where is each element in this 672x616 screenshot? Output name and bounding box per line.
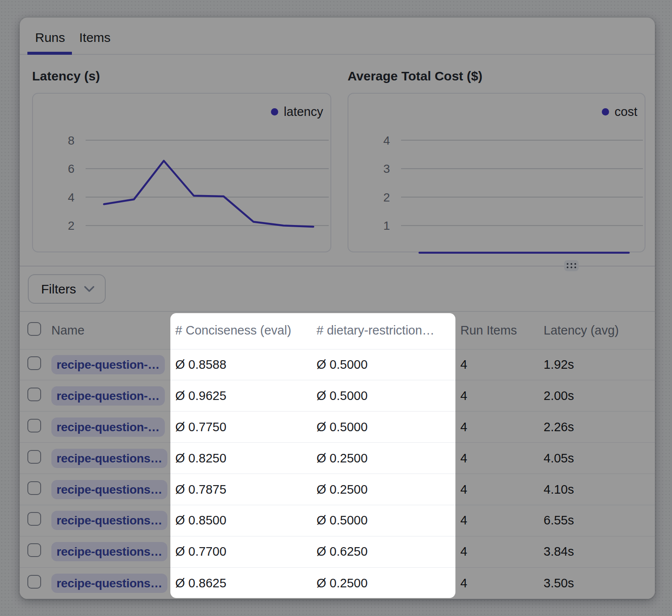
y-axis-tick-label: 8 (68, 134, 74, 147)
tab-items[interactable]: Items (79, 18, 110, 55)
resize-handle[interactable] (564, 260, 579, 271)
runs-panel-card: Runs Items Latency (s) Average Total Cos… (20, 18, 655, 599)
run-items-cell: 4 (455, 358, 539, 372)
y-axis-tick-label: 4 (383, 134, 390, 147)
checkbox-cell (20, 356, 46, 373)
active-tab-indicator (27, 52, 72, 55)
conciseness-score-cell: Ø 0.7750 (170, 420, 312, 434)
latency-legend-label: latency (284, 105, 323, 119)
run-name-cell: recipe-questions… (46, 574, 170, 593)
row-checkbox[interactable] (27, 322, 41, 336)
conciseness-score-cell: Ø 0.8588 (170, 358, 312, 372)
run-name-cell: recipe-question-… (46, 355, 170, 374)
panel-resize-divider (20, 266, 655, 267)
table-row: recipe-questions…Ø 0.8250Ø 0.250044.05s (20, 443, 655, 474)
table-row: recipe-question-…Ø 0.9625Ø 0.500042.00s (20, 380, 655, 412)
run-name-badge[interactable]: recipe-questions… (51, 449, 167, 468)
run-name-cell: recipe-questions… (46, 449, 170, 468)
row-checkbox[interactable] (27, 512, 41, 526)
latency-avg-cell: 3.50s (538, 576, 655, 590)
run-name-badge[interactable]: recipe-question-… (51, 355, 165, 374)
latency-avg-cell: 2.00s (538, 389, 655, 403)
cost-legend-label: cost (615, 105, 637, 119)
row-checkbox[interactable] (27, 419, 41, 432)
table-header-row: Name# Conciseness (eval)# dietary-restri… (20, 312, 655, 349)
dietary-restriction-score-cell: Ø 0.5000 (312, 513, 455, 527)
latency-avg-cell: 6.55s (538, 513, 655, 527)
col-header-conciseness: # Conciseness (eval) (170, 323, 312, 338)
row-checkbox[interactable] (27, 356, 41, 370)
drag-dots-icon (567, 263, 576, 268)
row-checkbox[interactable] (27, 388, 41, 401)
cost-chart: 4321 cost (348, 93, 645, 252)
run-items-cell: 4 (455, 389, 539, 403)
latency-chart-title: Latency (s) (32, 69, 100, 83)
table-row: recipe-questions…Ø 0.7875Ø 0.250044.10s (20, 474, 655, 505)
y-axis-tick-label: 3 (383, 162, 390, 175)
cost-chart-legend: cost (602, 105, 637, 119)
row-checkbox[interactable] (27, 543, 41, 557)
filters-button-label: Filters (41, 282, 76, 296)
run-name-badge[interactable]: recipe-questions… (51, 480, 167, 499)
tab-runs-label: Runs (35, 30, 65, 45)
dietary-restriction-score-cell: Ø 0.5000 (312, 358, 455, 372)
checkbox-cell (20, 512, 46, 529)
page-background: Runs Items Latency (s) Average Total Cos… (0, 0, 672, 616)
row-checkbox[interactable] (27, 450, 41, 464)
run-name-badge[interactable]: recipe-questions… (51, 574, 167, 593)
run-name-badge[interactable]: recipe-questions… (51, 542, 167, 561)
run-name-badge[interactable]: recipe-questions… (51, 511, 167, 530)
chevron-down-icon (84, 286, 95, 293)
latency-avg-cell: 1.92s (538, 358, 655, 372)
tab-bar: Runs Items (20, 18, 655, 55)
col-header-name: Name (46, 323, 170, 338)
checkbox-cell (20, 450, 46, 467)
latency-line (104, 161, 313, 227)
row-checkbox[interactable] (27, 575, 41, 589)
dietary-restriction-score-cell: Ø 0.2500 (312, 483, 455, 497)
run-name-cell: recipe-question-… (46, 418, 170, 437)
dietary-restriction-score-cell: Ø 0.5000 (312, 389, 455, 403)
run-name-badge[interactable]: recipe-question-… (51, 418, 165, 437)
filters-button[interactable]: Filters (28, 274, 106, 304)
y-axis-tick-label: 6 (68, 162, 74, 175)
run-name-cell: recipe-question-… (46, 386, 170, 406)
dietary-restriction-score-cell: Ø 0.2500 (312, 451, 455, 465)
run-name-cell: recipe-questions… (46, 511, 170, 530)
run-name-badge[interactable]: recipe-question-… (51, 386, 165, 406)
run-items-cell: 4 (455, 451, 539, 465)
runs-table: Name# Conciseness (eval)# dietary-restri… (20, 311, 655, 599)
tab-runs[interactable]: Runs (35, 18, 65, 55)
tab-items-label: Items (79, 30, 110, 45)
table-row: recipe-question-…Ø 0.7750Ø 0.500042.26s (20, 412, 655, 443)
table-row: recipe-questions…Ø 0.7700Ø 0.625043.84s (20, 536, 655, 568)
run-items-cell: 4 (455, 420, 539, 434)
conciseness-score-cell: Ø 0.8250 (170, 451, 312, 465)
table-row: recipe-questions…Ø 0.8500Ø 0.500046.55s (20, 505, 655, 536)
latency-avg-cell: 4.10s (538, 483, 655, 497)
checkbox-cell (20, 322, 46, 339)
dietary-restriction-score-cell: Ø 0.5000 (312, 420, 455, 434)
y-axis-tick-label: 4 (68, 191, 74, 204)
checkbox-cell (20, 388, 46, 404)
col-header-latency-avg: Latency (avg) (538, 323, 655, 338)
cost-legend-dot-icon (602, 108, 609, 116)
table-row: recipe-questions…Ø 0.8625Ø 0.250043.50s (20, 568, 655, 599)
row-checkbox[interactable] (27, 481, 41, 495)
dietary-restriction-score-cell: Ø 0.6250 (312, 545, 455, 559)
checkbox-cell (20, 575, 46, 592)
col-header-dietary-restriction: # dietary-restriction… (312, 323, 455, 338)
table-row: recipe-question-…Ø 0.8588Ø 0.500041.92s (20, 349, 655, 381)
run-items-cell: 4 (455, 545, 539, 559)
cost-chart-canvas: 4321 (348, 94, 645, 252)
y-axis-tick-label: 1 (383, 219, 390, 232)
col-header-run-items: Run Items (455, 323, 539, 338)
run-name-cell: recipe-questions… (46, 542, 170, 561)
conciseness-score-cell: Ø 0.9625 (170, 389, 312, 403)
y-axis-tick-label: 2 (68, 219, 74, 232)
checkbox-cell (20, 481, 46, 498)
latency-legend-dot-icon (271, 108, 278, 116)
latency-chart: 8642 latency (32, 93, 331, 252)
conciseness-score-cell: Ø 0.7700 (170, 545, 312, 559)
checkbox-cell (20, 543, 46, 560)
